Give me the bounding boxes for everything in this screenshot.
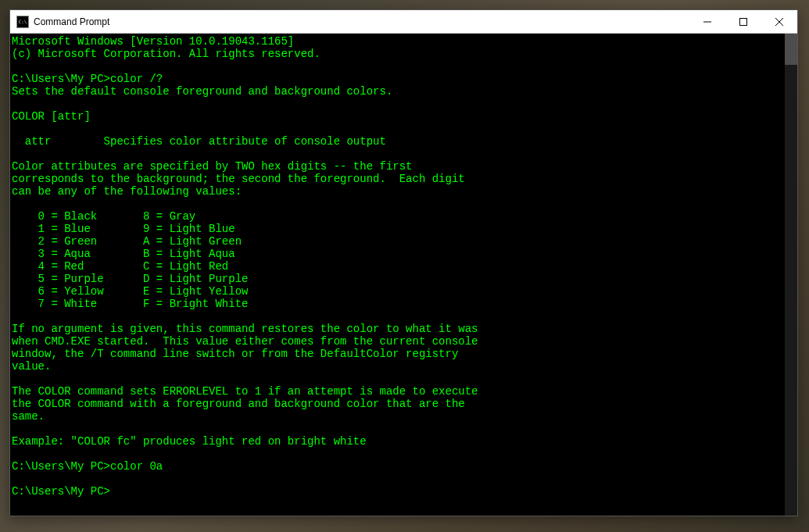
terminal-line: (c) Microsoft Corporation. All rights re… <box>12 48 785 60</box>
terminal-line <box>12 448 785 460</box>
terminal-line: C:\Users\My PC>color 0a <box>12 460 785 473</box>
window-title: Command Prompt <box>34 16 109 27</box>
terminal-line: 4 = Red C = Light Red <box>12 260 785 273</box>
cmd-icon <box>16 16 29 28</box>
terminal-line: value. <box>12 360 785 373</box>
maximize-icon <box>739 18 747 26</box>
terminal-line: Sets the default console foreground and … <box>12 85 785 98</box>
terminal-line: the COLOR command with a foreground and … <box>12 398 785 410</box>
terminal-line <box>12 148 785 160</box>
terminal-line <box>12 473 785 485</box>
terminal-line: 6 = Yellow E = Light Yellow <box>12 285 785 298</box>
terminal-line: 2 = Green A = Light Green <box>12 235 785 248</box>
terminal-line: If no argument is given, this command re… <box>12 323 785 335</box>
terminal-line: can be any of the following values: <box>12 185 785 198</box>
terminal-line: window, the /T command line switch or fr… <box>12 348 785 360</box>
terminal-line: 7 = White F = Bright White <box>12 298 785 310</box>
terminal-line: when CMD.EXE started. This value either … <box>12 335 785 348</box>
terminal-line: C:\Users\My PC>color /? <box>12 73 785 85</box>
titlebar[interactable]: Command Prompt <box>10 10 797 34</box>
terminal-line <box>12 310 785 323</box>
minimize-icon <box>703 18 711 26</box>
terminal-line <box>12 98 785 110</box>
terminal-line: Example: "COLOR fc" produces light red o… <box>12 435 785 448</box>
terminal-line: same. <box>12 410 785 423</box>
terminal-line: attr Specifies color attribute of consol… <box>12 135 785 148</box>
terminal-line: 0 = Black 8 = Gray <box>12 210 785 223</box>
terminal-line: C:\Users\My PC> <box>12 485 785 498</box>
terminal-line: corresponds to the background; the secon… <box>12 173 785 185</box>
scrollbar-thumb[interactable] <box>785 34 797 65</box>
window-controls <box>689 10 797 33</box>
terminal-line: Microsoft Windows [Version 10.0.19043.11… <box>12 35 785 48</box>
terminal-line <box>12 198 785 210</box>
minimize-button[interactable] <box>689 10 725 33</box>
terminal-line: 3 = Aqua B = Light Aqua <box>12 248 785 260</box>
close-button[interactable] <box>761 10 797 33</box>
terminal-line <box>12 60 785 73</box>
close-icon <box>775 18 783 26</box>
command-prompt-window: Command Prompt Microsoft Windows [Versio… <box>9 9 798 516</box>
terminal-line: Color attributes are specified by TWO he… <box>12 160 785 173</box>
terminal-line <box>12 423 785 435</box>
maximize-button[interactable] <box>725 10 761 33</box>
terminal-area[interactable]: Microsoft Windows [Version 10.0.19043.11… <box>10 34 797 516</box>
terminal-output[interactable]: Microsoft Windows [Version 10.0.19043.11… <box>10 34 785 516</box>
scrollbar-vertical[interactable] <box>785 34 797 516</box>
terminal-line: The COLOR command sets ERRORLEVEL to 1 i… <box>12 385 785 398</box>
terminal-line: 5 = Purple D = Light Purple <box>12 273 785 285</box>
terminal-line <box>12 123 785 135</box>
terminal-line <box>12 373 785 385</box>
terminal-line: COLOR [attr] <box>12 110 785 123</box>
svg-rect-1 <box>740 18 747 25</box>
terminal-line: 1 = Blue 9 = Light Blue <box>12 223 785 235</box>
